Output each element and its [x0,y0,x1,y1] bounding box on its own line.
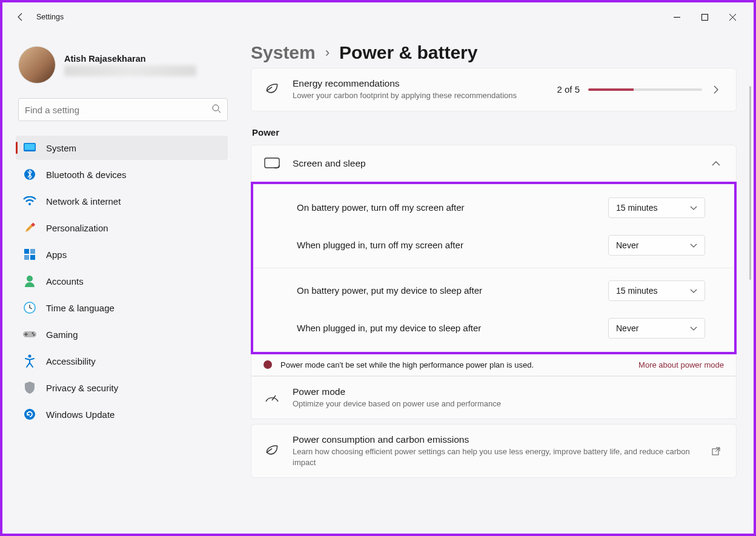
duration-dropdown[interactable]: Never [608,318,705,339]
main-content: System › Power & battery Energy recommen… [234,31,754,534]
titlebar: Settings [2,2,754,31]
power-mode-title: Power mode [293,386,721,397]
emissions-card[interactable]: Power consumption and carbon emissions L… [251,424,737,478]
search-input[interactable] [25,105,211,115]
svg-rect-9 [24,249,29,254]
user-name: Atish Rajasekharan [64,54,196,64]
sidebar-item-label: Accessibility [46,356,96,366]
svg-rect-5 [25,144,35,150]
page-title: Power & battery [339,42,477,63]
minimize-button[interactable] [663,7,691,27]
sidebar-item-label: Bluetooth & devices [46,170,127,180]
update-icon [23,408,36,421]
screen-icon [264,155,280,172]
screen-sleep-expander[interactable]: Screen and sleep [251,145,737,182]
brush-icon [23,221,36,234]
svg-point-2 [213,105,219,111]
svg-point-19 [24,409,35,420]
chevron-right-icon [711,85,721,94]
apps-icon [23,248,36,261]
chevron-up-icon [711,160,721,167]
energy-title: Energy recommendations [293,78,545,89]
speedometer-icon [264,389,280,406]
svg-rect-12 [30,255,35,260]
shield-icon [23,381,36,394]
wifi-icon [23,194,36,208]
power-heading: Power [252,127,737,137]
sidebar-item-accounts[interactable]: Accounts [16,269,228,293]
duration-dropdown[interactable]: 15 minutes [608,280,705,301]
chevron-right-icon: › [325,45,330,61]
sidebar-item-apps[interactable]: Apps [16,242,228,266]
setting-label: On battery power, put my device to sleep… [297,285,608,296]
app-title: Settings [36,13,64,21]
duration-dropdown[interactable]: 15 minutes [608,197,705,218]
bluetooth-icon [23,168,36,181]
power-mode-banner: Power mode can't be set while the high p… [251,354,737,376]
svg-point-17 [33,334,35,336]
info-icon [264,360,272,369]
search-box[interactable] [18,98,228,121]
sleep-setting-row: When plugged in, turn off my screen afte… [253,227,734,264]
energy-recommendations-card[interactable]: Energy recommendations Lower your carbon… [251,68,737,111]
sidebar-item-label: Apps [46,250,67,260]
screen-sleep-title: Screen and sleep [293,158,698,169]
dropdown-value: 15 minutes [616,203,690,213]
dropdown-value: Never [616,323,690,333]
energy-subtitle: Lower your carbon footprint by applying … [293,90,545,101]
svg-rect-1 [701,14,708,20]
sidebar-item-label: Personalization [46,223,108,233]
svg-point-7 [28,203,31,205]
back-button[interactable] [10,6,31,28]
sidebar-item-label: Gaming [46,329,78,340]
dropdown-value: 15 minutes [616,286,690,296]
search-icon [211,104,221,116]
person-icon [23,274,36,288]
more-about-link[interactable]: More about power mode [638,360,724,369]
sleep-settings-highlighted: On battery power, turn off my screen aft… [251,182,737,354]
sidebar-item-personalization[interactable]: Personalization [16,216,228,240]
user-profile[interactable]: Atish Rajasekharan [16,44,228,94]
emissions-title: Power consumption and carbon emissions [293,434,698,445]
monitor-icon [23,141,36,154]
power-mode-card[interactable]: Power mode Optimize your device based on… [251,376,737,420]
sidebar-item-privacy-security[interactable]: Privacy & security [16,376,228,400]
sidebar: Atish Rajasekharan SystemBluetooth & dev… [2,31,234,534]
sidebar-item-label: Network & internet [46,196,121,207]
leaf-icon [264,443,280,460]
svg-point-13 [27,276,33,282]
sidebar-item-label: Accounts [46,276,84,286]
setting-label: On battery power, turn off my screen aft… [297,202,608,213]
svg-rect-20 [265,158,279,168]
scrollbar[interactable] [749,86,751,280]
chevron-down-icon [690,285,697,296]
sidebar-item-label: System [46,143,76,153]
sidebar-item-gaming[interactable]: Gaming [16,322,228,346]
clock-icon [23,301,36,314]
dropdown-value: Never [616,240,690,250]
breadcrumb: System › Power & battery [251,42,737,63]
maximize-button[interactable] [691,7,718,27]
chevron-down-icon [690,202,697,213]
sidebar-item-network-internet[interactable]: Network & internet [16,189,228,213]
svg-rect-10 [30,249,35,254]
sidebar-item-bluetooth-devices[interactable]: Bluetooth & devices [16,162,228,187]
sidebar-item-accessibility[interactable]: Accessibility [16,349,228,373]
sidebar-item-windows-update[interactable]: Windows Update [16,402,228,426]
sleep-setting-row: On battery power, turn off my screen aft… [253,189,734,227]
external-link-icon [711,446,721,456]
sleep-setting-row: When plugged in, put my device to sleep … [253,309,734,347]
sidebar-item-label: Privacy & security [46,383,118,393]
sidebar-item-time-language[interactable]: Time & language [16,296,228,320]
close-button[interactable] [718,7,746,27]
power-mode-subtitle: Optimize your device based on power use … [293,399,721,409]
svg-rect-11 [24,255,29,260]
setting-label: When plugged in, turn off my screen afte… [297,240,608,250]
avatar [18,46,56,84]
chevron-down-icon [690,240,697,251]
sidebar-item-system[interactable]: System [16,136,228,160]
gamepad-icon [23,328,36,341]
leaf-icon [264,81,280,98]
duration-dropdown[interactable]: Never [608,235,705,256]
breadcrumb-parent[interactable]: System [251,42,316,63]
